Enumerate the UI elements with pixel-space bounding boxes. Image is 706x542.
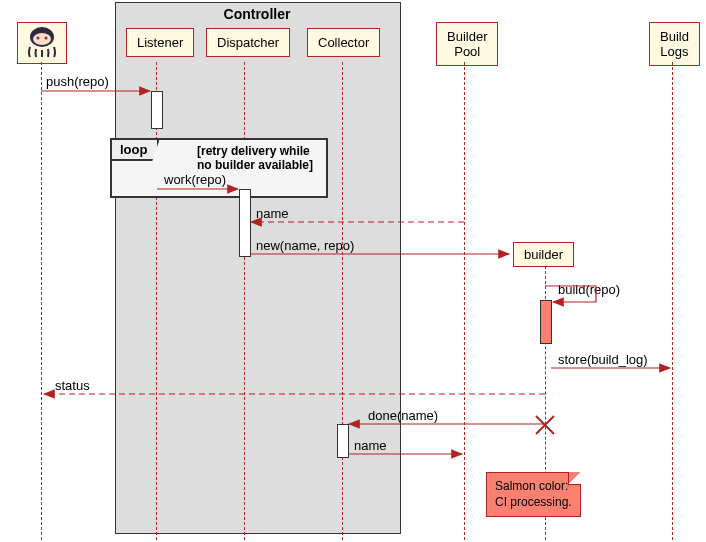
msg-done: done(name) — [368, 408, 438, 423]
loop-fragment: loop [retry delivery while no builder av… — [110, 138, 328, 198]
participant-build-logs: Build Logs — [649, 22, 700, 66]
activation-collector — [337, 424, 349, 458]
activation-listener — [151, 91, 163, 129]
participant-collector: Collector — [307, 28, 380, 57]
activation-dispatcher — [239, 189, 251, 257]
msg-name-return: name — [256, 206, 289, 221]
lifeline-listener — [156, 62, 157, 540]
msg-build: build(repo) — [558, 282, 620, 297]
svg-point-1 — [33, 33, 51, 45]
participant-dispatcher: Dispatcher — [206, 28, 290, 57]
msg-new: new(name, repo) — [256, 238, 354, 253]
participant-builder: builder — [513, 242, 574, 267]
controller-group-box — [115, 2, 401, 534]
svg-point-2 — [37, 37, 40, 40]
activation-builder-build — [540, 300, 552, 344]
github-actor-icon — [17, 22, 67, 64]
msg-status: status — [55, 378, 90, 393]
lifeline-builder-pool — [464, 62, 465, 540]
lifeline-dispatcher — [244, 62, 245, 540]
msg-push: push(repo) — [46, 74, 109, 89]
participant-listener: Listener — [126, 28, 194, 57]
loop-keyword: loop — [112, 140, 159, 161]
msg-work: work(repo) — [164, 172, 226, 187]
msg-name-fwd: name — [354, 438, 387, 453]
participant-builder-pool: Builder Pool — [436, 22, 498, 66]
msg-store: store(build_log) — [558, 352, 648, 367]
controller-group-title: Controller — [115, 6, 399, 22]
loop-condition: [retry delivery while no builder availab… — [197, 144, 313, 173]
lifeline-build-logs — [672, 62, 673, 540]
lifeline-github — [41, 62, 42, 540]
note-salmon: Salmon color: CI processing. — [486, 472, 581, 517]
svg-point-3 — [45, 37, 48, 40]
lifeline-collector — [342, 62, 343, 540]
